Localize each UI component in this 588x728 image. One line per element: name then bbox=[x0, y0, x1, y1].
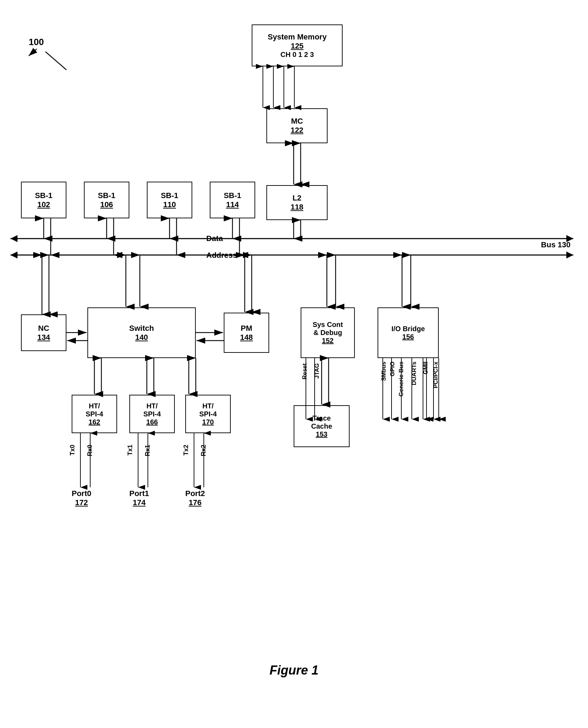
sb1-102-label: SB-1 bbox=[35, 191, 52, 200]
tx2-label: Tx2 bbox=[182, 445, 190, 456]
figure-caption-text: Figure 1 bbox=[270, 663, 318, 677]
system-memory-box: System Memory 125 CH 0 1 2 3 bbox=[252, 24, 343, 66]
sb1-114-box: SB-1 114 bbox=[210, 182, 255, 218]
ht-spi4-170-label: HT/SPI-4 bbox=[199, 402, 217, 418]
svg-line-4 bbox=[45, 52, 66, 70]
svg-marker-12 bbox=[10, 235, 17, 242]
reset-label: Reset bbox=[301, 363, 308, 379]
sb1-110-label: SB-1 bbox=[161, 191, 178, 200]
sb1-102-id: 102 bbox=[37, 200, 50, 209]
data-label: Data bbox=[206, 234, 223, 243]
nc-label: NC bbox=[38, 324, 49, 333]
gpio-label: GPIO bbox=[389, 362, 396, 377]
l2-label: L2 bbox=[293, 194, 302, 203]
trace-cache-id: 153 bbox=[316, 430, 327, 438]
port1-label: Port1174 bbox=[129, 489, 149, 507]
rx2-label: Rx2 bbox=[200, 445, 207, 456]
svg-marker-15 bbox=[10, 252, 17, 259]
sb1-106-id: 106 bbox=[100, 200, 113, 209]
ht-spi4-162-box: HT/SPI-4 162 bbox=[72, 395, 117, 433]
duarts-label: DUARTs bbox=[411, 362, 418, 385]
smbus-label: SMbus bbox=[380, 362, 387, 381]
tx1-label: Tx1 bbox=[127, 445, 134, 456]
sb1-110-id: 110 bbox=[163, 200, 176, 209]
mc-id: 122 bbox=[291, 126, 303, 135]
ht-spi4-170-box: HT/SPI-4 170 bbox=[185, 395, 231, 433]
l2-id: 118 bbox=[291, 203, 303, 212]
system-memory-ch: CH 0 1 2 3 bbox=[280, 51, 314, 59]
ht-spi4-166-id: 166 bbox=[146, 418, 158, 426]
io-bridge-label: I/O Bridge bbox=[392, 325, 425, 333]
port0-label: Port0172 bbox=[72, 489, 91, 507]
pci-label: PCI/PCI-x bbox=[432, 362, 439, 388]
system-memory-id: 125 bbox=[291, 42, 304, 51]
tx0-label: Tx0 bbox=[69, 445, 76, 456]
sb1-106-label: SB-1 bbox=[98, 191, 115, 200]
sys-cont-label: Sys Cont& Debug bbox=[313, 321, 343, 337]
switch-box: Switch 140 bbox=[87, 307, 196, 358]
rx0-label: Rx0 bbox=[86, 445, 94, 456]
sb1-114-id: 114 bbox=[226, 200, 239, 209]
switch-label: Switch bbox=[129, 324, 154, 333]
sb1-110-box: SB-1 110 bbox=[147, 182, 192, 218]
sys-cont-id: 152 bbox=[322, 337, 334, 345]
system-memory-label: System Memory bbox=[268, 32, 327, 42]
ht-spi4-162-label: HT/SPI-4 bbox=[86, 402, 103, 418]
pm-box: PM 148 bbox=[224, 313, 269, 353]
jtag-label: JTAG bbox=[314, 363, 321, 379]
nc-box: NC 134 bbox=[21, 314, 66, 351]
sb1-114-label: SB-1 bbox=[224, 191, 241, 200]
nc-id: 134 bbox=[37, 333, 50, 342]
ht-spi4-170-id: 170 bbox=[202, 418, 214, 426]
sys-cont-box: Sys Cont& Debug 152 bbox=[301, 307, 355, 358]
label-100: 100 bbox=[29, 37, 44, 48]
diagram: 100 System Memory 125 CH 0 1 2 3 MC 122 … bbox=[0, 0, 588, 692]
ht-spi4-162-id: 162 bbox=[88, 418, 100, 426]
switch-id: 140 bbox=[135, 333, 148, 342]
trace-cache-label: TraceCache bbox=[311, 414, 332, 430]
pm-id: 148 bbox=[240, 333, 253, 342]
pm-label: PM bbox=[241, 324, 252, 333]
sb1-106-box: SB-1 106 bbox=[84, 182, 129, 218]
mc-label: MC bbox=[291, 117, 303, 126]
bus-label: Bus 130 bbox=[541, 240, 571, 249]
io-bridge-box: I/O Bridge 156 bbox=[378, 307, 439, 358]
ht-spi4-166-box: HT/SPI-4 166 bbox=[129, 395, 175, 433]
figure-caption: Figure 1 bbox=[270, 663, 318, 678]
mc-box: MC 122 bbox=[266, 108, 328, 143]
io-bridge-id: 156 bbox=[402, 333, 414, 341]
ht-spi4-166-label: HT/SPI-4 bbox=[143, 402, 161, 418]
port2-label: Port2176 bbox=[185, 489, 205, 507]
gmii-label: GMII bbox=[422, 362, 429, 374]
generic-bus-label: Generic Bus bbox=[398, 362, 405, 396]
trace-cache-box: TraceCache 153 bbox=[294, 405, 350, 447]
rx1-label: Rx1 bbox=[144, 445, 151, 456]
l2-box: L2 118 bbox=[266, 185, 328, 220]
address-label: Address bbox=[206, 251, 237, 260]
svg-marker-16 bbox=[566, 252, 573, 259]
sb1-102-box: SB-1 102 bbox=[21, 182, 66, 218]
